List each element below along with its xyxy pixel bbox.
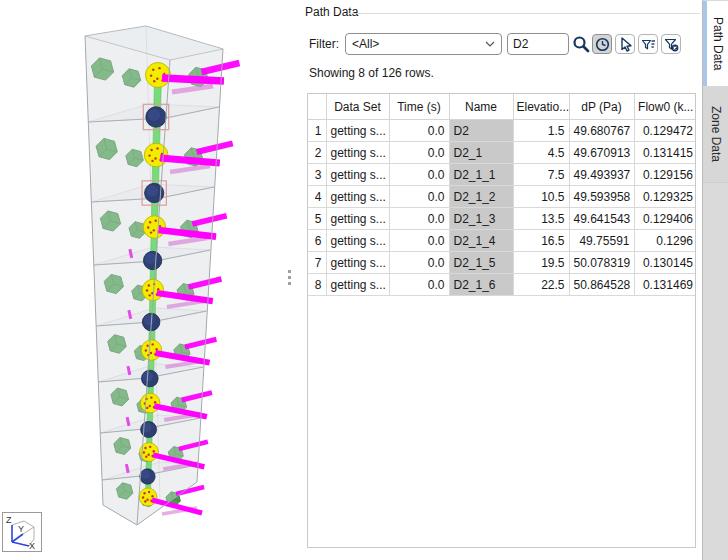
table-cell[interactable]: 49.493937 — [569, 164, 634, 186]
tab-zone-data[interactable]: Zone Data — [703, 87, 728, 183]
table-cell[interactable]: D2_1_4 — [449, 230, 513, 252]
row-number-cell[interactable]: 2 — [308, 142, 326, 164]
table-cell[interactable]: D2_1_3 — [449, 208, 513, 230]
application-window: Z Y X Path Data Filter: <All> — [0, 0, 728, 560]
table-cell[interactable]: D2_1_5 — [449, 252, 513, 274]
table-cell[interactable]: 1.5 — [513, 120, 569, 142]
column-header-dP (Pa)[interactable]: dP (Pa) — [569, 94, 634, 120]
tab-path-data[interactable]: Path Data — [703, 1, 728, 86]
table-row: 2getting s...0.0D2_14.549.6709130.131415 — [308, 142, 696, 164]
table-cell[interactable]: getting s... — [326, 186, 389, 208]
table-cell[interactable]: D2_1_2 — [449, 186, 513, 208]
column-header-Time (s)[interactable]: Time (s) — [389, 94, 449, 120]
table-cell[interactable]: 0.129325 — [634, 186, 696, 208]
table-cell[interactable]: 19.5 — [513, 252, 569, 274]
table-cell[interactable]: getting s... — [326, 274, 389, 296]
search-input[interactable] — [507, 33, 569, 55]
table-cell[interactable]: 13.5 — [513, 208, 569, 230]
table-cell[interactable]: 0.0 — [389, 120, 449, 142]
path-data-table: Data SetTime (s)NameElevatio...dP (Pa)Fl… — [308, 94, 696, 296]
search-icon[interactable] — [571, 34, 591, 54]
table-header: Data SetTime (s)NameElevatio...dP (Pa)Fl… — [308, 94, 696, 120]
3d-viewport[interactable] — [0, 0, 300, 560]
table-cell[interactable]: 0.0 — [389, 252, 449, 274]
building-3d-scene — [0, 0, 300, 560]
table-row: 4getting s...0.0D2_1_210.549.5939580.129… — [308, 186, 696, 208]
table-cell[interactable]: D2 — [449, 120, 513, 142]
row-number-cell[interactable]: 4 — [308, 186, 326, 208]
filter-dropdown[interactable]: <All> — [345, 33, 502, 55]
table-cell[interactable]: 4.5 — [513, 142, 569, 164]
table-cell[interactable]: 0.0 — [389, 186, 449, 208]
table-cell[interactable]: 0.131415 — [634, 142, 696, 164]
table-cell[interactable]: getting s... — [326, 230, 389, 252]
column-header-row-number[interactable] — [308, 94, 326, 120]
path-data-table-container: Data SetTime (s)NameElevatio...dP (Pa)Fl… — [307, 93, 696, 548]
table-cell[interactable]: 0.0 — [389, 164, 449, 186]
table-cell[interactable]: 49.593958 — [569, 186, 634, 208]
table-row: 3getting s...0.0D2_1_17.549.4939370.1291… — [308, 164, 696, 186]
row-number-cell[interactable]: 7 — [308, 252, 326, 274]
splitter-grip-dots — [288, 270, 291, 285]
column-header-Name[interactable]: Name — [449, 94, 513, 120]
table-row: 6getting s...0.0D2_1_416.549.755910.1296 — [308, 230, 696, 252]
table-cell[interactable]: 10.5 — [513, 186, 569, 208]
time-filter-button[interactable] — [592, 34, 612, 54]
table-row: 5getting s...0.0D2_1_313.549.6415430.129… — [308, 208, 696, 230]
table-cell[interactable]: 0.129156 — [634, 164, 696, 186]
panel-splitter[interactable] — [284, 0, 298, 560]
table-cell[interactable]: 50.078319 — [569, 252, 634, 274]
table-row: 8getting s...0.0D2_1_622.550.8645280.131… — [308, 274, 696, 296]
filter-menu-icon — [641, 37, 656, 52]
table-cell[interactable]: 22.5 — [513, 274, 569, 296]
table-cell[interactable]: 49.641543 — [569, 208, 634, 230]
table-cell[interactable]: 7.5 — [513, 164, 569, 186]
table-cell[interactable]: getting s... — [326, 142, 389, 164]
filter-menu-button[interactable] — [638, 34, 658, 54]
filter-dropdown-value: <All> — [352, 37, 485, 51]
table-cell[interactable]: getting s... — [326, 252, 389, 274]
filter-label: Filter: — [309, 37, 339, 51]
table-cell[interactable]: getting s... — [326, 120, 389, 142]
table-cell[interactable]: 49.680767 — [569, 120, 634, 142]
select-mode-button[interactable] — [615, 34, 635, 54]
cursor-icon — [618, 37, 633, 52]
table-cell[interactable]: 0.130145 — [634, 252, 696, 274]
table-cell[interactable]: 16.5 — [513, 230, 569, 252]
table-cell[interactable]: 0.0 — [389, 230, 449, 252]
table-cell[interactable]: D2_1 — [449, 142, 513, 164]
row-number-cell[interactable]: 6 — [308, 230, 326, 252]
row-number-cell[interactable]: 3 — [308, 164, 326, 186]
table-cell[interactable]: 0.0 — [389, 208, 449, 230]
dock-tab-strip: Path Data Zone Data — [702, 0, 728, 560]
row-number-cell[interactable]: 1 — [308, 120, 326, 142]
row-number-cell[interactable]: 5 — [308, 208, 326, 230]
column-header-Flow0 (k...[interactable]: Flow0 (k... — [634, 94, 696, 120]
table-cell[interactable]: 0.1296 — [634, 230, 696, 252]
row-count-status: Showing 8 of 126 rows. — [309, 66, 434, 80]
axis-label-y: Y — [18, 524, 24, 534]
row-number-cell[interactable]: 8 — [308, 274, 326, 296]
table-cell[interactable]: 0.0 — [389, 274, 449, 296]
table-cell[interactable]: 0.129406 — [634, 208, 696, 230]
table-row: 7getting s...0.0D2_1_519.550.0783190.130… — [308, 252, 696, 274]
table-cell[interactable]: D2_1_1 — [449, 164, 513, 186]
table-cell[interactable]: 50.864528 — [569, 274, 634, 296]
column-header-Data Set[interactable]: Data Set — [326, 94, 389, 120]
table-cell[interactable]: 0.0 — [389, 142, 449, 164]
filter-clear-button[interactable] — [661, 34, 681, 54]
column-header-Elevatio...[interactable]: Elevatio... — [513, 94, 569, 120]
table-cell[interactable]: 0.131469 — [634, 274, 696, 296]
table-cell[interactable]: 0.129472 — [634, 120, 696, 142]
filter-clear-icon — [664, 37, 679, 52]
table-cell[interactable]: 49.670913 — [569, 142, 634, 164]
axis-label-z: Z — [6, 515, 12, 525]
table-row: 1getting s...0.0D21.549.6807670.129472 — [308, 120, 696, 142]
table-cell[interactable]: D2_1_6 — [449, 274, 513, 296]
axis-triad-icon: Z Y X — [3, 513, 39, 549]
chevron-down-icon — [485, 41, 495, 47]
table-cell[interactable]: getting s... — [326, 208, 389, 230]
table-cell[interactable]: getting s... — [326, 164, 389, 186]
table-cell[interactable]: 49.75591 — [569, 230, 634, 252]
tab-zone-data-label: Zone Data — [709, 106, 723, 162]
